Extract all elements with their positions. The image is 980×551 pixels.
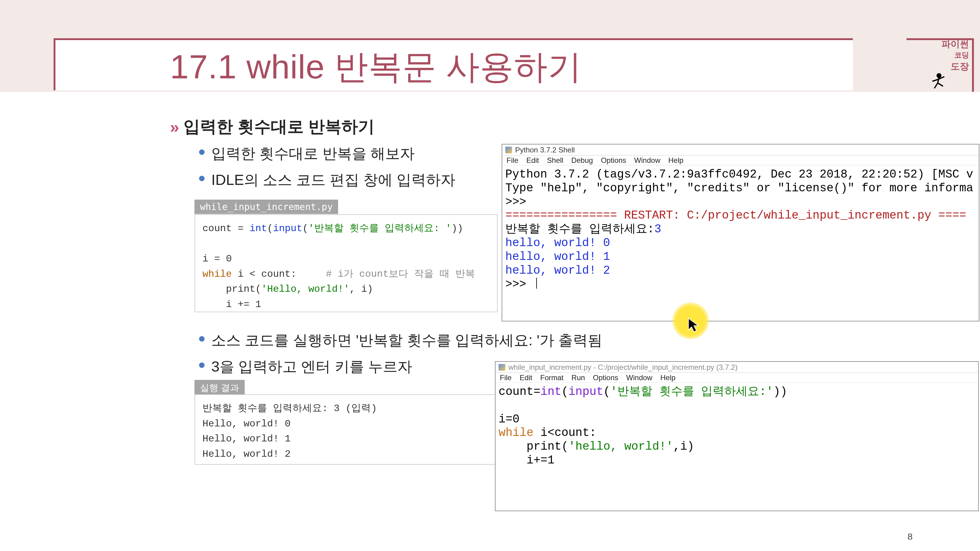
logo-text-1: 파이썬 [942, 39, 969, 49]
bullet-dot-icon [199, 362, 205, 368]
python-icon [499, 364, 505, 371]
brand-logo: 파이썬 코딩 도장 [907, 38, 974, 92]
menu-options[interactable]: Options [601, 156, 626, 165]
slide-title: 17.1 while 반복문 사용하기 [170, 44, 582, 90]
menu-debug[interactable]: Debug [571, 156, 593, 165]
menu-help[interactable]: Help [660, 373, 675, 382]
code-filename-label: while_input_increment.py [194, 200, 338, 214]
bullet-1: 입력한 횟수대로 반복을 해보자 [199, 144, 415, 164]
menu-window[interactable]: Window [634, 156, 660, 165]
logo-text-2: 코딩 [954, 51, 969, 59]
editor-title-text: while_input_increment.py - C:/project/wh… [508, 363, 737, 372]
subheading-text: 입력한 횟수대로 반복하기 [183, 116, 375, 138]
python-icon [505, 147, 512, 153]
menu-edit[interactable]: Edit [520, 373, 532, 382]
editor-menubar[interactable]: File Edit Format Run Options Window Help [495, 373, 978, 383]
idle-editor-window[interactable]: while_input_increment.py - C:/project/wh… [495, 361, 979, 511]
idle-shell-window[interactable]: Python 3.7.2 Shell File Edit Shell Debug… [502, 144, 979, 321]
bullet-4-text: 3을 입력하고 엔터 키를 누르자 [211, 357, 412, 376]
bullet-dot-icon [199, 336, 205, 341]
shell-menubar[interactable]: File Edit Shell Debug Options Window Hel… [502, 156, 979, 165]
menu-options[interactable]: Options [593, 373, 618, 382]
code-block: count = int(input('반복할 횟수를 입력하세요: ')) i … [194, 214, 498, 312]
bullet-1-text: 입력한 횟수대로 반복을 해보자 [211, 144, 415, 164]
bullet-dot-icon [199, 149, 205, 155]
text-cursor [536, 278, 537, 289]
shell-titlebar[interactable]: Python 3.7.2 Shell [502, 144, 979, 156]
result-label: 실행 결과 [194, 380, 245, 396]
menu-shell[interactable]: Shell [547, 156, 563, 165]
editor-text-area[interactable]: count=int(input('반복할 횟수를 입력하세요:')) i=0 w… [495, 383, 978, 470]
shell-title-text: Python 3.7.2 Shell [515, 146, 575, 154]
editor-titlebar[interactable]: while_input_increment.py - C:/project/wh… [495, 362, 978, 373]
running-figure-icon [929, 73, 950, 95]
logo-text-3: 도장 [951, 62, 969, 71]
menu-help[interactable]: Help [668, 156, 683, 165]
menu-format[interactable]: Format [540, 373, 563, 382]
menu-file[interactable]: File [506, 156, 519, 165]
bullet-2: IDLE의 소스 코드 편집 창에 입력하자 [199, 170, 455, 190]
page-number: 8 [907, 531, 913, 542]
bullet-2-text: IDLE의 소스 코드 편집 창에 입력하자 [211, 170, 455, 190]
bullet-dot-icon [199, 176, 205, 181]
menu-window[interactable]: Window [626, 373, 652, 382]
bullet-3: 소스 코드를 실행하면 '반복할 횟수를 입력하세요: '가 출력됨 [199, 330, 602, 350]
menu-file[interactable]: File [500, 373, 512, 382]
shell-text-area[interactable]: Python 3.7.2 (tags/v3.7.2:9a3ffc0492, De… [502, 165, 979, 294]
menu-edit[interactable]: Edit [527, 156, 539, 165]
bullet-4: 3을 입력하고 엔터 키를 누르자 [199, 357, 412, 376]
section-subheading: » 입력한 횟수대로 반복하기 [170, 116, 375, 138]
chevron-icon: » [170, 118, 176, 137]
menu-run[interactable]: Run [571, 373, 585, 382]
result-block: 반복할 횟수를 입력하세요: 3 (입력) Hello, world! 0 He… [194, 394, 498, 465]
bullet-3-text: 소스 코드를 실행하면 '반복할 횟수를 입력하세요: '가 출력됨 [211, 330, 602, 350]
